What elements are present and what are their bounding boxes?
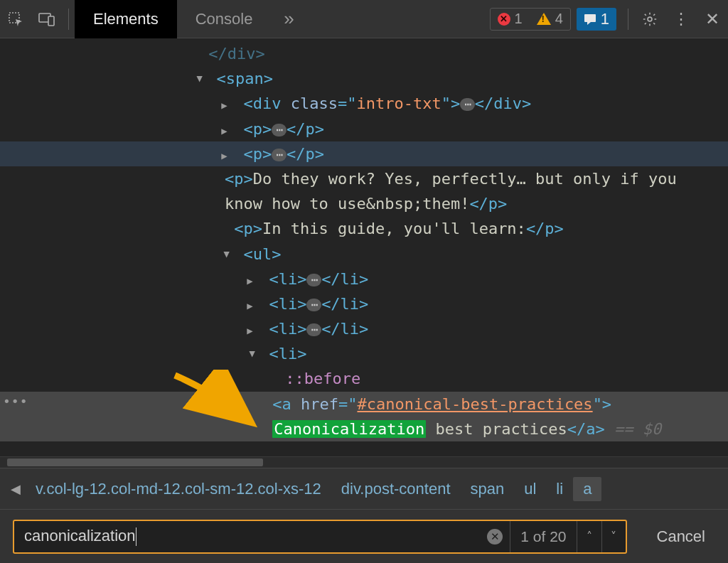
search-input[interactable]: canonicalization ✕ 1 of 20 ˄ ˅ — [13, 520, 627, 554]
breadcrumb-item[interactable]: div.post-content — [331, 477, 461, 501]
toolbar-separator — [628, 9, 628, 30]
settings-icon[interactable] — [634, 0, 665, 38]
closing-tag: </div> — [208, 45, 264, 63]
node-context-icon[interactable]: ••• — [3, 392, 28, 412]
match-count: 1 of 20 — [510, 521, 577, 552]
devtools-toolbar: Elements Console » ✕ 1 4 1 ⋮ ✕ — [0, 0, 728, 38]
tree-node[interactable]: </div> — [0, 41, 728, 66]
tree-node-selected[interactable]: ••• <a href="#canonical-best-practices"> — [0, 392, 728, 417]
expand-arrow-icon[interactable]: ▶ — [192, 76, 208, 89]
issue-counts[interactable]: ✕ 1 4 — [490, 8, 571, 31]
kebab-menu-icon[interactable]: ⋮ — [665, 0, 697, 38]
expand-arrow-icon[interactable]: ▶ — [247, 298, 259, 313]
breadcrumb-item[interactable]: li — [546, 477, 573, 501]
warning-count: 4 — [555, 11, 563, 27]
breadcrumb-item-active[interactable]: a — [573, 477, 601, 501]
collapsed-pill[interactable]: ⋯ — [306, 299, 321, 311]
tree-node[interactable]: ▶ <li> — [0, 341, 728, 366]
search-value: canonicalization — [24, 527, 480, 546]
tree-node[interactable]: ▶ <li>⋯</li> — [0, 316, 728, 341]
warning-icon — [537, 13, 551, 25]
scrollbar-thumb[interactable] — [7, 459, 263, 466]
expand-arrow-icon[interactable]: ▶ — [247, 323, 259, 338]
tree-node[interactable]: ▶ <p>⋯</p> — [0, 117, 728, 141]
tree-node[interactable]: ▶ <div class="intro-txt">⋯</div> — [0, 91, 728, 116]
svg-rect-2 — [48, 16, 54, 26]
highlighted-match: Canonicalization — [272, 420, 426, 438]
tree-node-selected[interactable]: Canonicalization best practices</a> == $… — [0, 417, 728, 441]
breadcrumb-item[interactable]: span — [461, 477, 515, 501]
messages-count: 1 — [601, 10, 609, 28]
collapsed-pill[interactable]: ⋯ — [272, 124, 287, 136]
prev-match-icon[interactable]: ˄ — [577, 521, 601, 552]
dom-tree[interactable]: </div> ▶ <span> ▶ <div class="intro-txt"… — [0, 38, 728, 468]
messages-badge[interactable]: 1 — [577, 8, 616, 31]
expand-arrow-icon[interactable]: ▶ — [245, 351, 260, 364]
selected-indicator: == $0 — [614, 420, 661, 438]
breadcrumb-scroll-left-icon[interactable]: ◀ — [6, 481, 26, 497]
more-tabs-icon[interactable]: » — [271, 8, 306, 30]
expand-arrow-icon[interactable]: ▶ — [247, 273, 259, 289]
collapsed-pill[interactable]: ⋯ — [306, 274, 321, 286]
svg-rect-3 — [584, 14, 596, 22]
collapsed-pill[interactable]: ⋯ — [272, 149, 287, 161]
collapsed-pill[interactable]: ⋯ — [460, 98, 475, 111]
breadcrumb-item[interactable]: ul — [514, 477, 546, 501]
tree-node[interactable]: <p>In this guide, you'll learn:</p> — [0, 216, 728, 241]
horizontal-scrollbar[interactable] — [0, 456, 728, 468]
toolbar-separator — [68, 9, 69, 30]
tree-node[interactable]: ::before — [0, 366, 728, 391]
expand-arrow-icon[interactable]: ▶ — [221, 148, 234, 163]
expand-arrow-icon[interactable]: ▶ — [221, 123, 234, 139]
error-icon: ✕ — [498, 13, 510, 26]
tree-node[interactable]: ▶ <p>⋯</p> — [0, 141, 728, 166]
tree-node[interactable]: ▶ <li>⋯</li> — [0, 267, 728, 291]
close-devtools-icon[interactable]: ✕ — [697, 0, 728, 38]
svg-point-4 — [648, 17, 652, 21]
device-toolbar-icon[interactable] — [31, 0, 63, 38]
breadcrumb-item[interactable]: v.col-lg-12.col-md-12.col-sm-12.col-xs-1… — [26, 477, 331, 501]
tree-node[interactable]: ▶ <li>⋯</li> — [0, 291, 728, 316]
tree-node[interactable]: ▶ <ul> — [0, 242, 728, 267]
breadcrumb: ◀ v.col-lg-12.col-md-12.col-sm-12.col-xs… — [0, 468, 728, 509]
tab-elements[interactable]: Elements — [75, 0, 177, 38]
expand-arrow-icon[interactable]: ▶ — [221, 97, 234, 113]
clear-search-icon[interactable]: ✕ — [487, 529, 503, 545]
inspect-element-icon[interactable] — [0, 0, 31, 38]
error-count: 1 — [515, 11, 523, 27]
expand-arrow-icon[interactable]: ▶ — [219, 252, 235, 264]
tree-node[interactable]: <p>Do they work? Yes, perfectly… but onl… — [0, 166, 728, 216]
search-bar: canonicalization ✕ 1 of 20 ˄ ˅ Cancel — [0, 509, 728, 563]
tab-console[interactable]: Console — [177, 0, 272, 38]
collapsed-pill[interactable]: ⋯ — [306, 323, 321, 336]
cancel-button[interactable]: Cancel — [647, 523, 715, 550]
next-match-icon[interactable]: ˅ — [601, 521, 626, 552]
tree-node[interactable]: ▶ <span> — [0, 66, 728, 91]
